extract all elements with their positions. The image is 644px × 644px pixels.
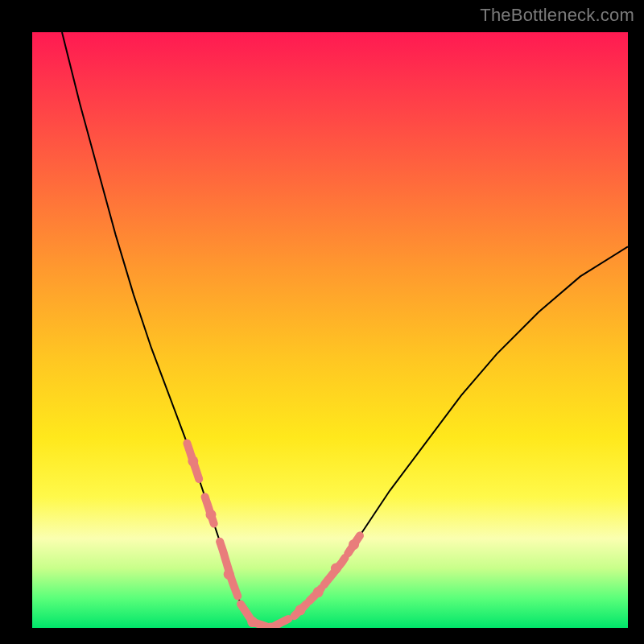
highlight-dot <box>188 456 198 466</box>
highlight-dot <box>247 617 258 627</box>
highlight-dot <box>331 564 341 574</box>
highlight-dot <box>349 539 359 550</box>
curve-group <box>62 32 628 628</box>
highlight-dot <box>313 587 324 597</box>
chart-frame: TheBottleneck.com <box>0 0 644 644</box>
bottleneck-curve <box>62 32 628 628</box>
highlight-dot <box>295 605 306 615</box>
highlight-dot <box>206 510 217 520</box>
highlight-segment <box>220 542 237 597</box>
highlight-dot <box>224 569 234 580</box>
gradient-background <box>32 32 628 628</box>
plot-svg <box>32 32 628 628</box>
watermark-text: TheBottleneck.com <box>480 5 634 26</box>
highlight-group <box>187 444 360 628</box>
